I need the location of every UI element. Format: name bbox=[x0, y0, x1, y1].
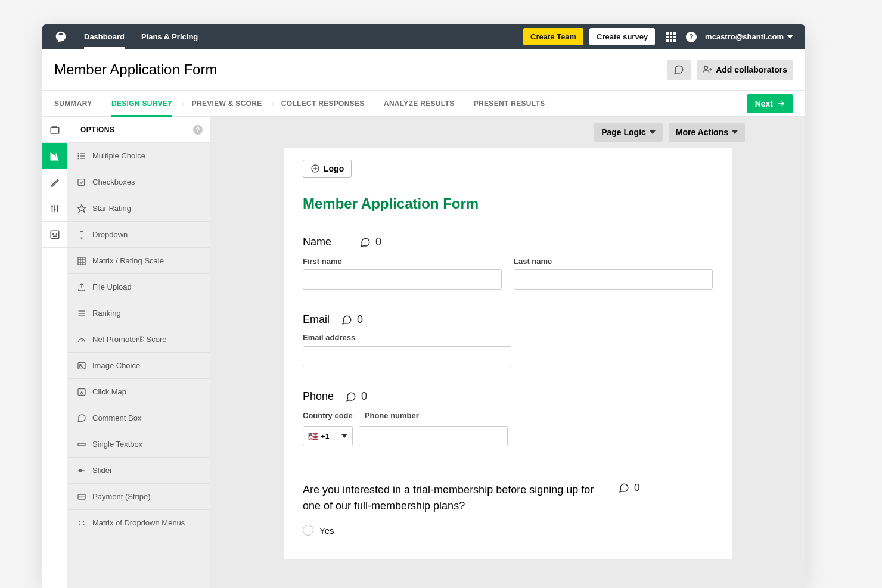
matrix-dropdown-icon bbox=[77, 518, 86, 528]
create-team-button[interactable]: Create Team bbox=[523, 28, 583, 45]
image-icon bbox=[77, 361, 86, 371]
step-nav: SUMMARY → DESIGN SURVEY → PREVIEW & SCOR… bbox=[42, 91, 805, 117]
option-ranking[interactable]: Ranking bbox=[67, 300, 210, 326]
more-actions-button[interactable]: More Actions bbox=[669, 123, 745, 142]
user-email: mcastro@shanti.com bbox=[705, 32, 784, 41]
nav-plans-pricing[interactable]: Plans & Pricing bbox=[141, 24, 198, 49]
question-phone: Phone 0 Country code Phone number bbox=[303, 390, 713, 446]
svg-text:?: ? bbox=[689, 33, 693, 41]
next-button[interactable]: Next bbox=[747, 94, 793, 113]
add-collaborators-button[interactable]: Add collaborators bbox=[697, 60, 793, 80]
option-label: Click Map bbox=[92, 387, 126, 396]
svg-rect-21 bbox=[78, 179, 85, 185]
comments-button[interactable] bbox=[667, 60, 691, 80]
create-survey-button[interactable]: Create survey bbox=[589, 28, 655, 45]
option-payment-stripe[interactable]: Payment (Stripe) bbox=[67, 484, 210, 510]
svg-rect-2 bbox=[673, 32, 676, 35]
dropdown-icon bbox=[77, 230, 86, 239]
option-image-choice[interactable]: Image Choice bbox=[67, 353, 210, 379]
step-sep-icon: → bbox=[178, 99, 185, 108]
option-single-textbox[interactable]: Single Textbox bbox=[67, 431, 210, 458]
brand-logo-icon bbox=[54, 30, 67, 43]
question-comments[interactable]: 0 bbox=[346, 390, 367, 403]
svg-rect-38 bbox=[78, 494, 85, 499]
options-panel-header: OPTIONS ? bbox=[67, 117, 210, 143]
rail-tab-logic[interactable] bbox=[42, 222, 67, 248]
country-code-select[interactable]: 🇺🇸 +1 bbox=[303, 426, 353, 446]
rail-tab-questions[interactable] bbox=[42, 143, 67, 169]
option-label: Net Promoter® Score bbox=[92, 335, 166, 344]
option-label: Slider bbox=[92, 466, 112, 475]
page-title: Member Application Form bbox=[54, 61, 661, 78]
last-name-input[interactable] bbox=[514, 269, 713, 290]
comment-icon bbox=[360, 237, 371, 248]
option-matrix-rating[interactable]: Matrix / Rating Scale bbox=[67, 248, 210, 274]
title-bar: Member Application Form Add collaborator… bbox=[42, 49, 805, 91]
radio-option-yes[interactable]: Yes bbox=[303, 525, 713, 536]
user-menu[interactable]: mcastro@shanti.com bbox=[705, 32, 793, 41]
option-label: Payment (Stripe) bbox=[92, 492, 151, 501]
add-collaborators-label: Add collaborators bbox=[716, 65, 787, 74]
survey-title[interactable]: Member Application Form bbox=[303, 195, 713, 212]
question-title[interactable]: Email bbox=[303, 313, 330, 326]
first-name-label: First name bbox=[303, 257, 502, 266]
help-icon[interactable]: ? bbox=[686, 32, 697, 42]
comment-icon bbox=[346, 391, 356, 402]
nav-dashboard[interactable]: Dashboard bbox=[84, 24, 125, 49]
chevron-down-icon bbox=[787, 34, 793, 40]
ranking-icon bbox=[77, 309, 86, 318]
step-analyze-results[interactable]: ANALYZE RESULTS bbox=[384, 91, 455, 117]
rail-tab-style[interactable] bbox=[42, 169, 67, 195]
question-comments[interactable]: 0 bbox=[341, 313, 363, 326]
page-logic-button[interactable]: Page Logic bbox=[594, 123, 663, 142]
option-file-upload[interactable]: File Upload bbox=[67, 274, 210, 300]
question-title[interactable]: Name bbox=[303, 236, 331, 248]
svg-line-31 bbox=[82, 340, 83, 342]
question-comments[interactable]: 0 bbox=[360, 236, 381, 248]
step-collect-responses[interactable]: COLLECT RESPONSES bbox=[281, 91, 365, 117]
option-click-map[interactable]: Click Map bbox=[67, 379, 210, 405]
options-help-icon[interactable]: ? bbox=[193, 125, 203, 135]
last-name-label: Last name bbox=[514, 257, 713, 266]
options-panel-title: OPTIONS bbox=[80, 126, 115, 134]
email-input[interactable] bbox=[303, 346, 511, 366]
svg-rect-3 bbox=[666, 36, 669, 38]
option-comment-box[interactable]: Comment Box bbox=[67, 405, 210, 431]
svg-rect-7 bbox=[670, 39, 672, 42]
svg-rect-11 bbox=[51, 127, 59, 133]
star-icon bbox=[77, 204, 86, 213]
checkbox-icon bbox=[77, 178, 86, 187]
option-slider[interactable]: Slider bbox=[67, 458, 210, 484]
option-multiple-choice[interactable]: Multiple Choice bbox=[67, 143, 210, 169]
question-email: Email 0 Email address bbox=[303, 313, 713, 366]
canvas-toolbar: Page Logic More Actions bbox=[263, 117, 752, 148]
question-title[interactable]: Are you interested in a trial-membership… bbox=[303, 482, 607, 514]
first-name-input[interactable] bbox=[303, 269, 502, 290]
app-frame: Dashboard Plans & Pricing Create Team Cr… bbox=[42, 24, 805, 588]
chevron-down-icon bbox=[341, 433, 347, 439]
svg-point-16 bbox=[78, 155, 79, 156]
option-label: Checkboxes bbox=[92, 178, 135, 186]
option-nps[interactable]: Net Promoter® Score bbox=[67, 326, 210, 353]
option-star-rating[interactable]: Star Rating bbox=[67, 195, 210, 222]
svg-point-15 bbox=[78, 153, 79, 154]
svg-point-37 bbox=[79, 469, 82, 472]
question-comments[interactable]: 0 bbox=[619, 482, 639, 494]
apps-grid-icon[interactable] bbox=[666, 32, 676, 42]
step-present-results[interactable]: PRESENT RESULTS bbox=[474, 91, 545, 117]
add-logo-button[interactable]: Logo bbox=[303, 160, 352, 178]
step-preview-score[interactable]: PREVIEW & SCORE bbox=[192, 91, 262, 117]
option-checkboxes[interactable]: Checkboxes bbox=[67, 169, 210, 195]
option-dropdown[interactable]: Dropdown bbox=[67, 222, 210, 248]
option-matrix-dropdown[interactable]: Matrix of Dropdown Menus bbox=[67, 510, 210, 536]
rail-tab-build[interactable] bbox=[42, 117, 67, 143]
rail-tab-options[interactable] bbox=[42, 195, 67, 222]
step-summary[interactable]: SUMMARY bbox=[54, 91, 92, 117]
country-code-value: +1 bbox=[321, 432, 330, 441]
question-name: Name 0 First name Last name bbox=[303, 236, 713, 290]
option-label: Multiple Choice bbox=[92, 151, 145, 160]
question-title[interactable]: Phone bbox=[303, 390, 334, 403]
phone-number-input[interactable] bbox=[359, 426, 508, 446]
option-label: Ranking bbox=[92, 309, 121, 318]
step-design-survey[interactable]: DESIGN SURVEY bbox=[111, 91, 172, 117]
